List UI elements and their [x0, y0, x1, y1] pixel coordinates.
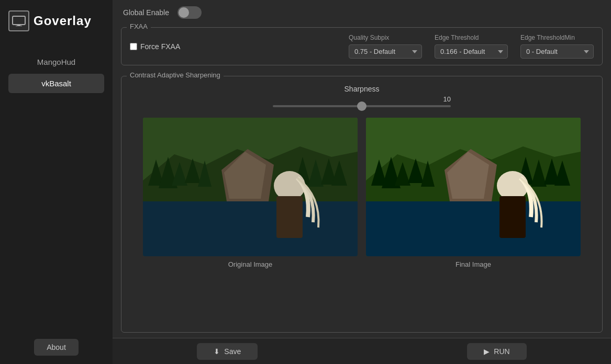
svg-rect-34 — [499, 196, 526, 238]
save-button[interactable]: ⬇ Save — [197, 343, 258, 360]
edge-threshold-min-label: Edge ThresholdMin — [520, 34, 594, 41]
sharpness-section: Sharpness 10 — [130, 85, 594, 107]
final-image-item: Final Image — [366, 118, 581, 268]
force-fxaa-checkbox[interactable] — [130, 43, 137, 50]
quality-subpix-label: Quality Subpix — [349, 34, 422, 41]
app-logo-icon — [8, 10, 29, 31]
svg-point-17 — [274, 171, 305, 200]
fxaa-section: FXAA Force FXAA Quality Subpix 0.75 - De… — [121, 27, 603, 65]
global-enable-toggle[interactable] — [177, 6, 202, 19]
svg-rect-18 — [276, 196, 303, 238]
cas-legend: Contrast Adaptive Sharpening — [127, 71, 224, 79]
about-button[interactable]: About — [34, 339, 79, 356]
final-image-label: Final Image — [456, 260, 491, 268]
force-fxaa-label[interactable]: Force FXAA — [130, 42, 180, 51]
svg-marker-5 — [143, 201, 358, 256]
sharpness-label: Sharpness — [345, 85, 380, 93]
main-content: Global Enable FXAA Force FXAA Quality Su… — [113, 0, 611, 364]
edge-threshold-group: Edge Threshold 0.166 - Default 0.125 0.0… — [435, 34, 508, 59]
final-image — [366, 118, 581, 256]
sidebar-item-mangohud[interactable]: MangoHud — [8, 52, 104, 72]
save-label: Save — [224, 347, 241, 356]
save-icon: ⬇ — [214, 347, 220, 356]
sidebar: Goverlay MangoHud vkBasalt About — [0, 0, 113, 364]
sharpness-slider-row — [130, 105, 594, 107]
svg-rect-2 — [16, 26, 22, 26]
edge-threshold-min-group: Edge ThresholdMin 0 - Default 0.0833 0.0… — [520, 34, 594, 59]
sidebar-bottom: About — [0, 331, 113, 364]
svg-rect-1 — [17, 25, 20, 26]
original-image — [143, 118, 358, 256]
quality-subpix-select[interactable]: 0.75 - Default 0.50 0.25 — [349, 44, 422, 59]
edge-threshold-select[interactable]: 0.166 - Default 0.125 0.083 — [435, 44, 508, 59]
toggle-knob — [179, 7, 189, 18]
svg-rect-0 — [13, 16, 25, 25]
edge-threshold-min-select[interactable]: 0 - Default 0.0833 0.0625 — [520, 44, 594, 59]
fxaa-controls: Quality Subpix 0.75 - Default 0.50 0.25 … — [349, 34, 594, 59]
logo-area: Goverlay — [0, 5, 113, 42]
image-previews: Original Image — [130, 118, 594, 268]
sharpness-slider[interactable] — [273, 105, 451, 107]
cas-section: Contrast Adaptive Sharpening Sharpness 1… — [121, 76, 603, 333]
run-button[interactable]: ▶ RUN — [467, 343, 526, 360]
run-icon: ▶ — [484, 347, 490, 356]
sidebar-nav: MangoHud vkBasalt — [0, 42, 113, 331]
footer-bar: ⬇ Save ▶ RUN — [113, 338, 611, 364]
sidebar-item-vkbasalt[interactable]: vkBasalt — [8, 74, 104, 93]
original-image-item: Original Image — [143, 118, 358, 268]
global-enable-label: Global Enable — [123, 8, 169, 17]
run-label: RUN — [494, 347, 509, 356]
app-title: Goverlay — [34, 14, 92, 28]
fxaa-inner: Force FXAA Quality Subpix 0.75 - Default… — [130, 34, 594, 59]
svg-point-33 — [497, 171, 528, 200]
svg-marker-21 — [366, 201, 581, 256]
edge-threshold-label: Edge Threshold — [435, 34, 508, 41]
original-image-label: Original Image — [228, 260, 273, 268]
quality-subpix-group: Quality Subpix 0.75 - Default 0.50 0.25 — [349, 34, 422, 59]
fxaa-legend: FXAA — [127, 22, 151, 30]
global-enable-row: Global Enable — [121, 6, 603, 19]
